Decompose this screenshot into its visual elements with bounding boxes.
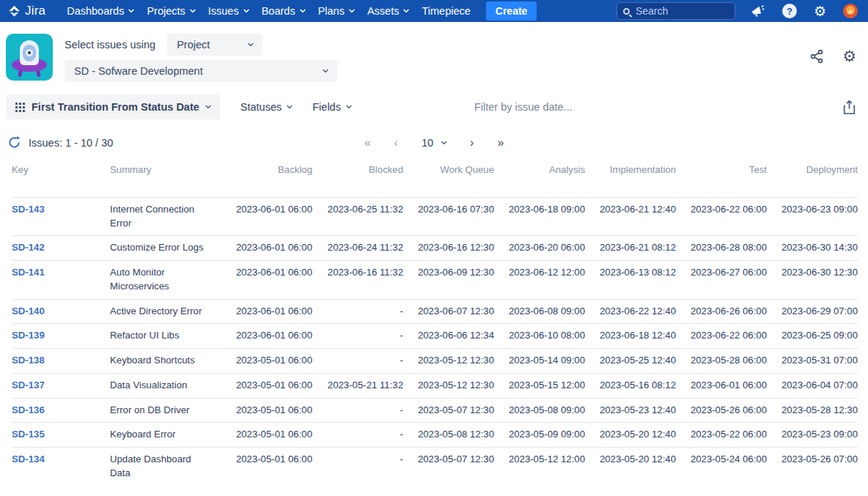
chevron-down-icon bbox=[248, 40, 254, 46]
header-right-actions: ⚙ bbox=[809, 40, 856, 72]
create-button[interactable]: Create bbox=[486, 1, 537, 21]
page-size-select[interactable]: 10 bbox=[422, 137, 446, 149]
date-cell: 2023-06-01 06:00 bbox=[676, 373, 767, 398]
date-cell: - bbox=[312, 448, 403, 486]
ufo-lens-dot-shape bbox=[28, 51, 31, 54]
issue-key-link[interactable]: SD-134 bbox=[12, 454, 45, 464]
date-cell: 2023-06-09 12:30 bbox=[403, 261, 494, 299]
nav-item-timepiece[interactable]: Timepiece bbox=[415, 0, 477, 22]
issue-key-link[interactable]: SD-137 bbox=[12, 380, 45, 390]
issues-table-wrap: KeySummaryBacklogBlockedWork QueueAnalys… bbox=[0, 155, 868, 486]
chevron-down-icon bbox=[190, 7, 196, 12]
table-row: SD-134Update Dashboard Data2023-05-01 06… bbox=[12, 448, 858, 486]
issues-table: KeySummaryBacklogBlockedWork QueueAnalys… bbox=[12, 155, 858, 486]
megaphone-icon bbox=[750, 4, 765, 18]
issue-date-filter-input[interactable] bbox=[474, 101, 643, 113]
issue-source-select[interactable]: Project bbox=[167, 34, 262, 56]
first-page-button[interactable]: « bbox=[364, 137, 371, 149]
fields-label: Fields bbox=[312, 101, 341, 113]
announcements-button[interactable] bbox=[750, 4, 765, 18]
date-cell: 2023-06-30 12:30 bbox=[767, 261, 858, 299]
navbar-icons: ? ⚙ bbox=[750, 4, 858, 18]
help-button[interactable]: ? bbox=[782, 4, 797, 18]
search-input[interactable] bbox=[636, 5, 716, 17]
nav-item-projects[interactable]: Projects bbox=[140, 0, 201, 22]
issue-key-link[interactable]: SD-135 bbox=[12, 429, 45, 440]
project-select[interactable]: SD - Sofware Development bbox=[65, 60, 337, 82]
date-cell: 2023-05-08 12:30 bbox=[403, 423, 494, 448]
toolbar: First Transition From Status Date Status… bbox=[0, 82, 868, 125]
date-cell: 2023-06-23 09:00 bbox=[767, 198, 858, 236]
refresh-button[interactable] bbox=[7, 136, 21, 149]
logo-text: Jira bbox=[25, 4, 45, 18]
issue-key-link[interactable]: SD-143 bbox=[12, 204, 45, 215]
date-cell: 2023-05-28 12:30 bbox=[767, 398, 858, 423]
settings-button[interactable]: ⚙ bbox=[814, 4, 826, 18]
table-row: SD-136Error on DB Driver2023-05-01 06:00… bbox=[12, 398, 858, 423]
nav-item-label: Boards bbox=[262, 5, 295, 17]
chevron-down-icon bbox=[323, 67, 328, 73]
issue-key-link[interactable]: SD-140 bbox=[12, 306, 45, 317]
fields-dropdown[interactable]: Fields bbox=[312, 101, 351, 113]
date-cell: 2023-06-16 11:32 bbox=[312, 261, 403, 299]
chevron-down-icon bbox=[299, 7, 305, 12]
issue-key-link[interactable]: SD-141 bbox=[12, 267, 45, 278]
jira-logo-icon bbox=[7, 4, 21, 18]
date-cell: 2023-05-01 06:00 bbox=[221, 373, 312, 398]
nav-item-label: Dashboards bbox=[67, 5, 124, 17]
prev-page-button[interactable]: ‹ bbox=[394, 137, 398, 149]
ufo-leg-right bbox=[36, 70, 40, 78]
profile-button[interactable] bbox=[843, 4, 858, 18]
nav-item-dashboards[interactable]: Dashboards bbox=[60, 0, 140, 22]
issue-key-link[interactable]: SD-139 bbox=[12, 330, 45, 341]
column-header-backlog: Backlog bbox=[221, 155, 312, 198]
timepiece-app-icon bbox=[6, 34, 53, 81]
chevron-down-icon bbox=[205, 103, 211, 108]
date-cell: - bbox=[312, 398, 403, 423]
date-cell: - bbox=[312, 349, 403, 374]
date-cell: 2023-06-01 06:00 bbox=[221, 261, 312, 299]
navbar-search[interactable] bbox=[617, 2, 735, 20]
issue-key-link[interactable]: SD-136 bbox=[12, 404, 45, 415]
date-cell: 2023-06-16 07:30 bbox=[403, 198, 494, 236]
issue-summary-cell: Auto Monitor Microservices bbox=[110, 261, 221, 299]
date-cell: 2023-05-01 06:00 bbox=[221, 349, 312, 374]
date-cell: 2023-05-07 12:30 bbox=[403, 448, 494, 486]
last-page-button[interactable]: » bbox=[497, 137, 504, 149]
date-cell: 2023-06-25 09:00 bbox=[767, 324, 858, 349]
date-cell: 2023-06-22 06:00 bbox=[676, 324, 767, 349]
share-button[interactable] bbox=[809, 47, 825, 64]
column-header-analysis: Analysis bbox=[494, 155, 585, 198]
date-cell: 2023-05-01 06:00 bbox=[221, 398, 312, 423]
table-row: SD-143Internet Connection Error2023-06-0… bbox=[12, 198, 858, 236]
date-cell: 2023-06-30 14:30 bbox=[767, 236, 858, 261]
issue-key-link[interactable]: SD-142 bbox=[12, 242, 45, 253]
report-settings-button[interactable]: ⚙ bbox=[842, 48, 856, 64]
date-cell: 2023-05-09 09:00 bbox=[494, 423, 585, 448]
date-cell: 2023-06-18 09:00 bbox=[494, 198, 585, 236]
date-cell: - bbox=[312, 299, 403, 324]
issue-key-link[interactable]: SD-138 bbox=[12, 355, 45, 366]
statuses-dropdown[interactable]: Statuses bbox=[240, 101, 292, 113]
export-button[interactable] bbox=[842, 100, 856, 115]
date-cell: 2023-05-08 09:00 bbox=[494, 398, 585, 423]
gear-icon: ⚙ bbox=[814, 4, 826, 18]
table-header-row: KeySummaryBacklogBlockedWork QueueAnalys… bbox=[12, 155, 858, 198]
nav-item-assets[interactable]: Assets bbox=[361, 0, 416, 22]
nav-item-boards[interactable]: Boards bbox=[255, 0, 312, 22]
issue-summary-cell: Keyboard Shortcuts bbox=[110, 349, 221, 374]
share-icon bbox=[809, 47, 825, 64]
issue-summary-cell: Internet Connection Error bbox=[110, 198, 221, 236]
table-row: SD-140Active Directory Error2023-06-01 0… bbox=[12, 299, 858, 324]
nav-item-label: Timepiece bbox=[422, 5, 470, 17]
export-icon bbox=[842, 100, 856, 115]
jira-logo[interactable]: Jira bbox=[7, 4, 45, 18]
nav-item-plans[interactable]: Plans bbox=[312, 0, 361, 22]
nav-item-issues[interactable]: Issues bbox=[202, 0, 255, 22]
table-row: SD-141Auto Monitor Microservices2023-06-… bbox=[12, 261, 858, 299]
pager-controls: « ‹ 10 › » bbox=[364, 137, 504, 149]
table-row: SD-137Data Visualization2023-05-01 06:00… bbox=[12, 373, 858, 398]
date-cell: 2023-05-12 12:00 bbox=[494, 448, 585, 486]
report-type-dropdown[interactable]: First Transition From Status Date bbox=[6, 95, 220, 119]
next-page-button[interactable]: › bbox=[470, 137, 474, 149]
